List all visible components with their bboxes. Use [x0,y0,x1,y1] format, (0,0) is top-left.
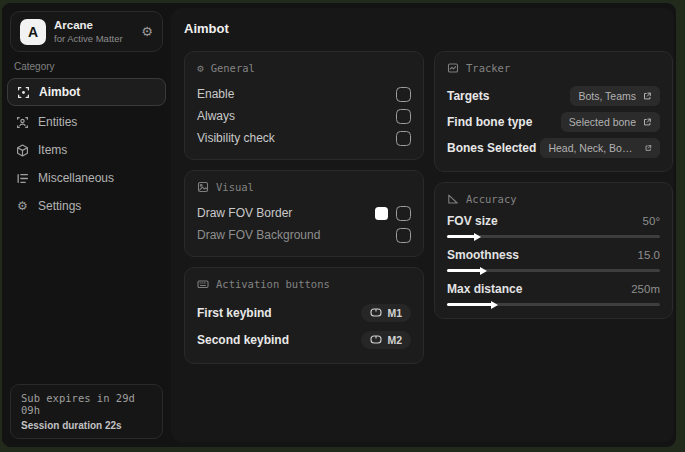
setting-row-find-bone-type: Find bone type Selected bone [447,109,660,135]
angle-icon [447,193,459,205]
keybind-value: M1 [387,307,402,319]
app-window: A Arcane for Active Matter ⚙ Category Ai… [2,3,676,447]
setting-label: Visibility check [197,131,275,145]
brand-name: Arcane [54,19,123,33]
draw-fov-background-checkbox[interactable] [396,228,411,243]
accuracy-card-title: Accuracy [466,193,517,205]
brand-text: Arcane for Active Matter [54,19,123,44]
setting-label: Find bone type [447,115,532,129]
max-distance-slider[interactable] [447,303,660,306]
slider-label: FOV size [447,214,498,228]
left-column: ⚙ General Enable Always Visibility [184,51,424,364]
slider-value: 250m [631,283,660,295]
targets-dropdown[interactable]: Bots, Teams [570,86,660,106]
dropdown-value: Head, Neck, Body, Pe... [548,142,638,154]
subscription-card: Sub expires in 29d 09h Session duration … [10,384,163,439]
expand-icon [644,143,652,153]
page-title: Aimbot [184,21,674,36]
setting-row-second-keybind: Second keybind M2 [197,326,411,353]
image-icon [197,181,209,193]
fov-size-slider-group: FOV size 50° [447,214,660,238]
always-checkbox[interactable] [396,109,411,124]
sidebar-item-label: Entities [38,115,77,129]
smoothness-slider[interactable] [447,269,660,272]
slider-label: Smoothness [447,248,519,262]
slider-thumb[interactable] [491,301,498,309]
setting-label: First keybind [197,306,272,320]
slider-value: 50° [643,215,660,227]
crosshair-scan-icon [17,86,30,99]
setting-label: Draw FOV Background [197,228,320,242]
sidebar-item-aimbot[interactable]: Aimbot [7,78,166,106]
visual-card-header: Visual [197,181,411,193]
sidebar-item-label: Miscellaneous [38,171,114,185]
sidebar-item-label: Settings [38,199,81,213]
sidebar-item-entities[interactable]: Entities [2,108,171,136]
slider-thumb[interactable] [474,233,481,241]
general-card-title: General [211,62,255,74]
activation-card-title: Activation buttons [216,278,330,290]
fov-border-color-swatch[interactable] [375,207,388,220]
sidebar-item-items[interactable]: Items [2,136,171,164]
setting-row-draw-fov-background: Draw FOV Background [197,224,411,246]
second-keybind-button[interactable]: M2 [361,331,411,349]
sidebar-item-label: Items [38,143,67,157]
brand-subtitle: for Active Matter [54,33,123,44]
dropdown-value: Selected bone [569,116,636,128]
sidebar-item-miscellaneous[interactable]: Miscellaneous [2,164,171,192]
fov-size-slider[interactable] [447,235,660,238]
keyboard-icon [197,278,209,290]
accuracy-card-header: Accuracy [447,193,660,205]
setting-label: Draw FOV Border [197,206,292,220]
setting-row-first-keybind: First keybind M1 [197,299,411,326]
activation-card: Activation buttons First keybind M1 [184,267,424,364]
setting-row-visibility-check: Visibility check [197,127,411,149]
setting-label: Targets [447,89,489,103]
max-distance-slider-group: Max distance 250m [447,282,660,306]
right-column: Tracker Targets Bots, Teams [434,51,673,364]
expand-icon [642,117,652,127]
session-duration-text: Session duration 22s [21,420,152,431]
setting-row-targets: Targets Bots, Teams [447,83,660,109]
tracker-icon [447,62,459,74]
tracker-card: Tracker Targets Bots, Teams [434,51,673,172]
bones-selected-dropdown[interactable]: Head, Neck, Body, Pe... [540,138,660,158]
setting-label: Enable [197,87,234,101]
gear-icon: ⚙ [16,200,29,213]
mouse-icon [370,335,382,344]
sidebar-item-settings[interactable]: ⚙ Settings [2,192,171,220]
setting-label: Bones Selected [447,141,536,155]
slider-label: Max distance [447,282,522,296]
mouse-icon [370,308,382,317]
slider-thumb[interactable] [480,267,487,275]
setting-label: Second keybind [197,333,289,347]
sidebar: A Arcane for Active Matter ⚙ Category Ai… [2,3,171,447]
general-card-header: ⚙ General [197,62,411,74]
dropdown-value: Bots, Teams [578,90,636,102]
sub-expires-text: Sub expires in 29d 09h [21,392,152,416]
setting-row-draw-fov-border: Draw FOV Border [197,202,411,224]
visual-card-title: Visual [216,181,254,193]
setting-row-bones-selected: Bones Selected Head, Neck, Body, Pe... [447,135,660,161]
enable-checkbox[interactable] [396,87,411,102]
settings-gear-icon[interactable]: ⚙ [141,24,153,39]
main-panel: Aimbot ⚙ General Enable Always [171,8,674,442]
visibility-check-checkbox[interactable] [396,131,411,146]
content-columns: ⚙ General Enable Always Visibility [184,51,674,364]
draw-fov-border-checkbox[interactable] [396,206,411,221]
cube-icon [16,144,29,157]
general-card: ⚙ General Enable Always Visibility [184,51,424,160]
category-label: Category [14,61,159,72]
visual-card: Visual Draw FOV Border Draw FOV Backgrou… [184,170,424,257]
sidebar-item-label: Aimbot [39,85,80,99]
first-keybind-button[interactable]: M1 [361,304,411,322]
activation-card-header: Activation buttons [197,278,411,290]
tracker-card-header: Tracker [447,62,660,74]
list-icon [16,172,29,185]
setting-row-enable: Enable [197,83,411,105]
slider-value: 15.0 [638,249,660,261]
accuracy-card: Accuracy FOV size 50° [434,182,673,319]
find-bone-type-dropdown[interactable]: Selected bone [561,112,660,132]
tracker-card-title: Tracker [466,62,510,74]
setting-row-always: Always [197,105,411,127]
